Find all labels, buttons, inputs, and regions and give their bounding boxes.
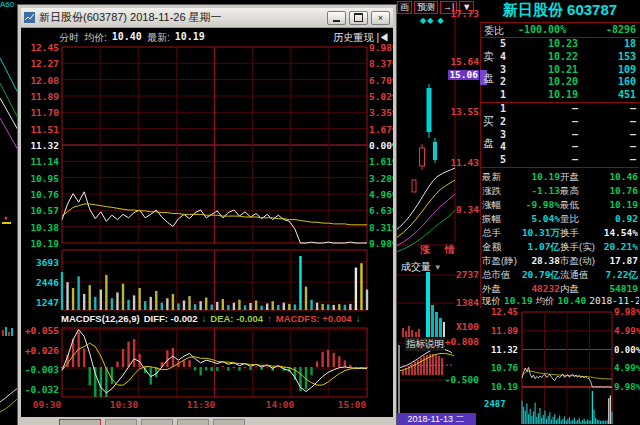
down-arrow-icon: ↓ [356, 313, 361, 325]
intraday-chart[interactable] [21, 28, 393, 425]
indicator-help-button[interactable]: 指标说明 [405, 338, 445, 351]
price: 10.21 [522, 64, 578, 75]
detail-value: 1.07亿 [528, 240, 560, 254]
popup-window: 新日股份(603787) 2018-11-26 星期一 × 分时 均价: 10.… [18, 5, 396, 425]
price-value: 10.19 [504, 295, 533, 307]
detail-label: 量比 [560, 212, 579, 226]
period-tab[interactable] [213, 419, 245, 425]
macd-value: +0.004 [322, 313, 351, 325]
macd-tick: -0.003 [25, 365, 59, 375]
price-tick: 12.27 [30, 59, 59, 69]
volume: — [630, 154, 636, 165]
detail-value: 10.31万 [522, 226, 560, 240]
close-button[interactable]: × [371, 11, 390, 25]
volume: — [630, 116, 636, 127]
dea-label: DEA: [210, 313, 233, 325]
volume: 160 [618, 76, 636, 87]
macd-tick: +0.055 [25, 326, 59, 336]
window-titlebar[interactable]: 新日股份(603787) 2018-11-26 星期一 × [21, 8, 393, 28]
background-lines [0, 8, 18, 425]
detail-label: 振幅 [482, 212, 501, 226]
detail-value: 5.04% [531, 212, 560, 226]
price-tick: 11.51 [30, 125, 59, 135]
order-book-row[interactable]: 5 — — [494, 154, 638, 167]
period-tab[interactable] [177, 419, 209, 425]
chart-client-area: 分时 均价: 10.40 最新: 10.19 历史重现 |◀ 12.4512.2… [21, 28, 393, 425]
up-arrow-icon: ↑ [267, 313, 272, 325]
price-tick: 10.76 [30, 190, 59, 200]
down-arrow-icon: ↓ [202, 313, 207, 325]
sell-order-book[interactable]: 卖盘5 10.23 184 10.22 1533 10.21 1092 10.2… [480, 38, 640, 102]
detail-label: 总手 [482, 226, 501, 240]
weibi-label: 委比 [484, 24, 504, 38]
percent-tick: 5.02% [369, 92, 393, 102]
volume: 153 [618, 51, 636, 62]
percent-tick: 6.70% [369, 76, 393, 86]
order-book-row[interactable]: 2 10.20 160 [494, 76, 638, 89]
avg-label: 均价 [536, 295, 555, 307]
level: 2 [500, 76, 506, 87]
detail-value: 10.46 [609, 170, 638, 184]
volume: — [630, 129, 636, 140]
detail-row: 振幅5.04%量比0.92 [482, 212, 638, 226]
price: 10.23 [522, 38, 578, 49]
volume-indicator-dropdown[interactable]: 成交量 ▼ [401, 260, 442, 274]
detail-label: 外盘 [482, 282, 501, 296]
order-book-row[interactable]: 1 — — [494, 103, 638, 116]
detail-label: 市盈(动) [560, 254, 595, 268]
period-tab[interactable] [59, 419, 101, 425]
macd-header: MACDFS(12,26,9) DIFF: -0.002 ↓ DEA: -0.0… [61, 313, 360, 325]
detail-value: 7.22亿 [606, 268, 638, 282]
window-icon [24, 12, 35, 23]
diamond-markers: ◆◆ ◆ [420, 16, 445, 25]
divider [480, 167, 639, 168]
maximize-button[interactable] [349, 11, 368, 25]
order-book-row[interactable]: 3 10.21 109 [494, 64, 638, 77]
price-tick: 10.57 [30, 206, 59, 216]
volume: 109 [618, 64, 636, 75]
percent-tick: 0.00% [369, 141, 393, 151]
period-tab[interactable] [105, 419, 137, 425]
quote-panel: 新日股份 603787 委比 -100.00% -8296 卖盘5 10.23 … [480, 0, 640, 425]
volume: 18 [624, 38, 636, 49]
desktop: A60 [0, 0, 640, 425]
percent-tick: 3.35% [369, 108, 393, 118]
macd-name: MACDFS(12,26,9) [61, 313, 140, 325]
detail-label: 总市值 [482, 268, 511, 282]
macd-label: MACDFS: [276, 313, 320, 325]
period-tab[interactable] [141, 419, 173, 425]
strip-tab-fragment[interactable]: 涨 情 [420, 243, 461, 257]
mini-volume-tick: 2487 [484, 399, 506, 409]
strip-axis-label: 9.34 [456, 205, 479, 215]
time-tick: 11:30 [185, 400, 217, 410]
divider [480, 22, 639, 23]
order-book-row[interactable]: 2 — — [494, 116, 638, 129]
minimize-button[interactable] [327, 11, 346, 25]
detail-row: 最新10.19开盘10.46 [482, 170, 638, 184]
price-tick: 10.38 [30, 223, 59, 233]
buy-order-book[interactable]: 买盘1 — —2 — —3 — —4 — —5 — — [480, 103, 640, 167]
percent-tick: 1.67% [369, 125, 393, 135]
order-book-row[interactable]: 3 — — [494, 129, 638, 142]
detail-row: 涨幅-9.98%最低10.19 [482, 198, 638, 212]
avg-value: 10.40 [558, 295, 587, 307]
mini-percent-tick: 9.98% [614, 382, 640, 392]
level: 2 [500, 116, 506, 127]
order-book-row[interactable]: 5 10.23 18 [494, 38, 638, 51]
minimize-icon [333, 20, 340, 22]
price-tick: 10.19 [30, 239, 59, 249]
draw-button[interactable]: 画 [397, 1, 412, 14]
detail-label: 最高 [560, 184, 579, 198]
maximize-icon [354, 13, 363, 22]
order-book-row[interactable]: 1 10.19 451 [494, 89, 638, 102]
order-book-row[interactable]: 4 — — [494, 141, 638, 154]
detail-value: 20.79亿 [522, 268, 560, 282]
price-tick: 11.89 [30, 92, 59, 102]
predict-button[interactable]: 预测 [414, 1, 438, 14]
percent-tick: 1.61% [369, 157, 393, 167]
detail-value: 54819 [609, 282, 638, 296]
percent-tick: 8.31% [369, 223, 393, 233]
mini-percent-tick: 0.00% [614, 345, 640, 355]
level: 5 [500, 38, 506, 49]
order-book-row[interactable]: 4 10.22 153 [494, 51, 638, 64]
